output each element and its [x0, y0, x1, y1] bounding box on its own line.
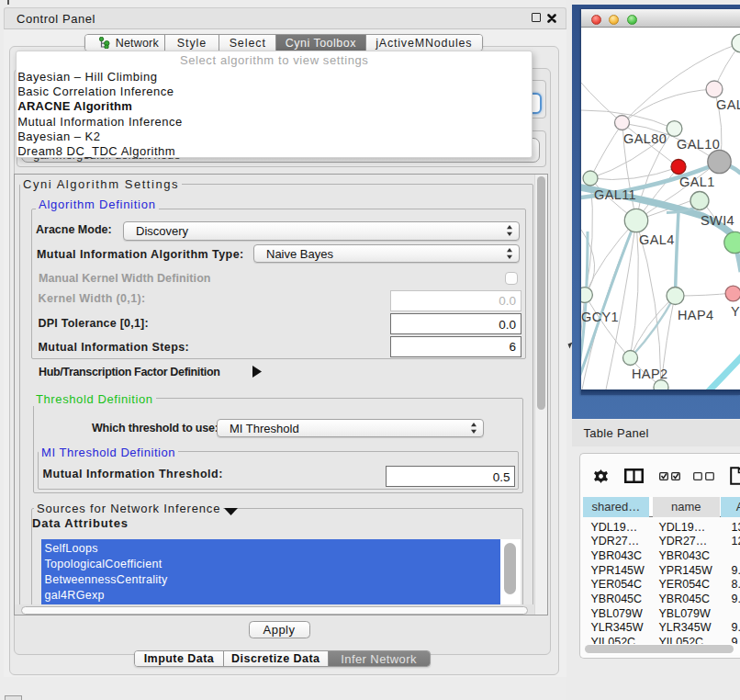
svg-text:HAP2: HAP2 — [632, 367, 667, 381]
svg-text:GAL10: GAL10 — [677, 137, 720, 152]
svg-text:Y: Y — [731, 304, 740, 319]
svg-text:GAL: GAL — [716, 97, 740, 112]
svg-text:GAL1: GAL1 — [679, 175, 715, 189]
svg-text:GCY1: GCY1 — [581, 310, 619, 324]
svg-text:GAL4: GAL4 — [639, 232, 675, 247]
svg-text:SWI4: SWI4 — [701, 213, 734, 228]
svg-text:GAL80: GAL80 — [623, 131, 667, 146]
svg-text:GAL11: GAL11 — [594, 187, 636, 202]
svg-text:HAP4: HAP4 — [678, 308, 713, 322]
